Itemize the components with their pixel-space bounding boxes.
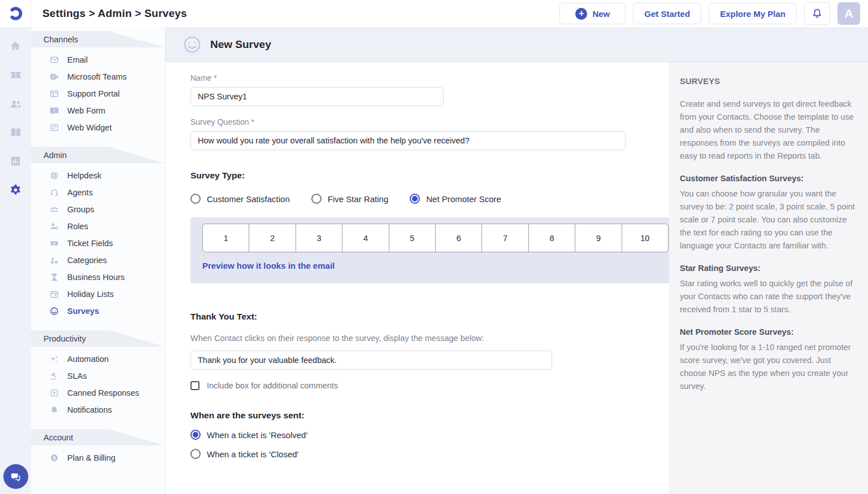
radio-label: When a ticket is 'Closed'	[207, 449, 298, 459]
survey-form: Name * Survey Question * Survey Type: Cu…	[166, 62, 669, 494]
sidebar-item-helpdesk[interactable]: Helpdesk	[31, 167, 165, 184]
sidebar-section-account: Account	[31, 429, 165, 445]
support-portal-icon	[50, 89, 59, 98]
main-column: New Survey Name * Survey Question * Surv…	[166, 27, 868, 494]
radio-button[interactable]	[311, 194, 322, 204]
chat-bubble-button[interactable]	[3, 464, 28, 489]
sidebar-item-email[interactable]: Email	[31, 51, 165, 68]
nps-scale-cell: 10	[622, 224, 668, 252]
user-avatar[interactable]: A	[837, 2, 860, 25]
sidebar-item-web-form[interactable]: Web Form	[31, 102, 165, 119]
rail-reports-icon[interactable]	[0, 147, 31, 176]
sidebar-section-items: EmailTMicrosoft TeamsSupport PortalWeb F…	[31, 51, 165, 136]
rail-contacts-icon[interactable]	[0, 89, 31, 118]
survey-type-five-star-rating[interactable]: Five Star Rating	[311, 194, 389, 204]
thank-you-input[interactable]	[190, 351, 552, 370]
nps-scale-cell: 7	[482, 224, 528, 252]
sidebar-item-label: Surveys	[67, 307, 99, 316]
sidebar-item-label: Notifications	[67, 405, 112, 414]
notifications-bell-button[interactable]	[804, 2, 830, 25]
sidebar-item-web-widget[interactable]: Web Widget	[31, 119, 165, 136]
sidebar-item-categories[interactable]: Categories	[31, 252, 165, 269]
sidebar-item-support-portal[interactable]: Support Portal	[31, 85, 165, 102]
radio-label: Five Star Rating	[328, 194, 389, 204]
svg-text:T: T	[52, 75, 55, 80]
survey-type-net-promoter-score[interactable]: Net Promoter Score	[410, 194, 501, 204]
name-input[interactable]	[190, 87, 444, 106]
sidebar-item-label: Groups	[67, 205, 94, 214]
thank-you-heading: Thank You Text:	[190, 312, 669, 322]
sidebar-item-label: Agents	[67, 188, 93, 197]
automation-icon	[50, 355, 59, 364]
help-heading-net-promoter-score-surveys: Net Promoter Score Surveys:	[680, 326, 857, 339]
additional-comments-option[interactable]: Include box for additional comments	[190, 381, 669, 390]
categories-icon	[50, 256, 59, 265]
ticket-fields-icon	[50, 239, 59, 248]
preview-email-link[interactable]: Preview how it looks in the email	[202, 261, 335, 270]
explore-my-plan-button[interactable]: Explore My Plan	[709, 3, 797, 24]
nps-preview-panel: 12345678910 Preview how it looks in the …	[190, 217, 669, 283]
rail-home-icon[interactable]	[0, 32, 31, 60]
nps-scale-row: 12345678910	[202, 224, 669, 252]
get-started-button[interactable]: Get Started	[633, 3, 701, 24]
sent-option-when-a-ticket-is-closed[interactable]: When a ticket is 'Closed'	[190, 449, 669, 459]
radio-button[interactable]	[190, 430, 201, 440]
radio-label: Net Promoter Score	[426, 194, 501, 204]
bell-icon	[811, 7, 823, 20]
rail-knowledge-base-icon[interactable]	[0, 118, 31, 147]
radio-button[interactable]	[410, 194, 420, 204]
radio-label: When a ticket is 'Resolved'	[207, 430, 307, 440]
sidebar-item-plan-billing[interactable]: $Plan & Billing	[31, 449, 165, 466]
help-paragraph: You can choose how granular you want the…	[680, 187, 857, 252]
sidebar-item-label: Business Hours	[67, 273, 125, 282]
sidebar-item-roles[interactable]: Roles	[31, 218, 165, 235]
app-body: ChannelsEmailTMicrosoft TeamsSupport Por…	[0, 27, 868, 494]
sidebar-item-label: Roles	[67, 222, 88, 231]
app-logo[interactable]	[0, 0, 31, 27]
sidebar-item-label: Canned Responses	[67, 388, 139, 397]
nps-scale-cell: 5	[389, 224, 436, 252]
sidebar-item-label: Helpdesk	[67, 171, 101, 180]
sidebar-item-label: Microsoft Teams	[67, 72, 127, 81]
explore-my-plan-label: Explore My Plan	[720, 9, 785, 19]
get-started-label: Get Started	[644, 9, 690, 19]
sidebar-section-items: HelpdeskAgentsGroupsRolesTicket FieldsCa…	[31, 167, 165, 320]
surveys-sent-options: When a ticket is 'Resolved'When a ticket…	[190, 430, 669, 459]
sidebar-item-notifications[interactable]: Notifications	[31, 401, 165, 418]
rail-settings-gear-icon[interactable]	[0, 176, 31, 204]
web-widget-icon	[50, 123, 59, 132]
survey-question-input[interactable]	[190, 131, 626, 150]
sidebar-item-ticket-fields[interactable]: Ticket Fields	[31, 235, 165, 252]
sent-option-when-a-ticket-is-resolved[interactable]: When a ticket is 'Resolved'	[190, 430, 669, 440]
main-header: New Survey	[166, 27, 868, 62]
sidebar-item-surveys[interactable]: Surveys	[31, 303, 165, 320]
radio-button[interactable]	[190, 449, 201, 459]
sidebar-item-microsoft-teams[interactable]: TMicrosoft Teams	[31, 68, 165, 85]
name-label: Name *	[190, 73, 669, 82]
sidebar-section-items: AutomationSLAsCanned ResponsesNotificati…	[31, 351, 165, 418]
svg-text:$: $	[53, 455, 56, 461]
plan-billing-icon: $	[50, 453, 59, 462]
sidebar-item-automation[interactable]: Automation	[31, 351, 165, 368]
rail-tickets-icon[interactable]	[0, 60, 31, 89]
nps-scale-cell: 9	[575, 224, 622, 252]
sidebar-item-groups[interactable]: Groups	[31, 201, 165, 218]
radio-button[interactable]	[190, 194, 201, 204]
additional-comments-checkbox[interactable]	[190, 381, 199, 390]
icon-rail	[0, 27, 31, 494]
sidebar-item-agents[interactable]: Agents	[31, 184, 165, 201]
sidebar-item-canned-responses[interactable]: Canned Responses	[31, 384, 165, 401]
agents-icon	[50, 188, 59, 197]
survey-type-customer-satisfaction[interactable]: Customer Satisfaction	[190, 194, 290, 204]
sidebar-item-label: Web Widget	[67, 123, 112, 132]
sidebar-item-slas[interactable]: SLAs	[31, 368, 165, 384]
survey-type-heading: Survey Type:	[190, 171, 669, 181]
surveys-sent-heading: When are the surveys sent:	[190, 410, 669, 421]
thank-you-hint: When Contact clicks on their response to…	[190, 334, 669, 343]
new-button[interactable]: + New	[559, 3, 626, 24]
survey-smiley-icon	[183, 35, 202, 54]
nps-scale-cell: 6	[436, 224, 482, 252]
sidebar-item-holiday-lists[interactable]: Holiday Lists	[31, 286, 165, 303]
sidebar-item-business-hours[interactable]: Business Hours	[31, 269, 165, 286]
topbar-actions: + New Get Started Explore My Plan A	[559, 2, 868, 25]
